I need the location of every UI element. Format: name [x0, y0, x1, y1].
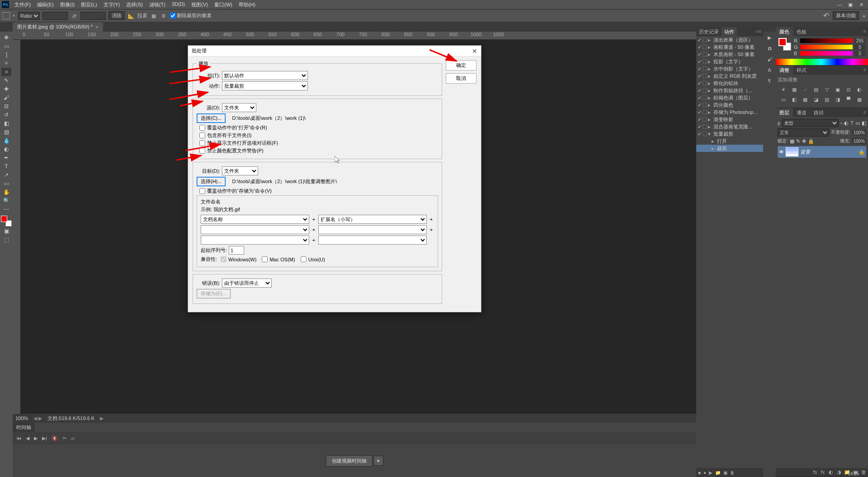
action-item[interactable]: 自定义 RGB 到灰度: [713, 73, 762, 80]
swap-icon[interactable]: ⇄: [71, 12, 78, 19]
audio-icon[interactable]: 🔇: [52, 435, 58, 441]
action-item[interactable]: 投影（文字）: [713, 58, 762, 65]
prev-frame-icon[interactable]: ◀: [26, 435, 29, 441]
brush-panel-icon[interactable]: ✿: [765, 44, 774, 52]
levels-icon[interactable]: ▦: [790, 87, 798, 94]
play-icon[interactable]: ▶: [709, 470, 712, 475]
stamp-tool[interactable]: ⊟: [1, 102, 11, 110]
poster-icon[interactable]: ▥: [823, 97, 831, 104]
next-frame-icon[interactable]: ▶|: [42, 435, 47, 441]
paths-tab[interactable]: 路径: [810, 108, 827, 117]
ratio-w-input[interactable]: [42, 12, 68, 20]
r-slider[interactable]: [800, 38, 853, 43]
opacity-value[interactable]: 100%: [852, 130, 866, 136]
straighten-icon[interactable]: 📐: [127, 12, 135, 19]
pen-tool[interactable]: ✒: [1, 154, 11, 162]
close-icon[interactable]: ✕: [856, 1, 866, 8]
link-icon[interactable]: ⇆: [811, 469, 818, 475]
path-tool[interactable]: ↗: [1, 171, 11, 179]
mixer-icon[interactable]: ◧: [790, 97, 798, 104]
thresh-icon[interactable]: ◨: [834, 97, 842, 104]
menu-select[interactable]: 选择(S): [123, 0, 146, 9]
override-save-checkbox[interactable]: [199, 188, 205, 194]
eyedropper-tool[interactable]: ✎: [1, 76, 11, 85]
hand-tool[interactable]: ✋: [1, 188, 11, 196]
dodge-tool[interactable]: ◐: [1, 145, 11, 153]
panel-menu-icon[interactable]: ≡: [862, 27, 868, 36]
mask-icon[interactable]: ◐: [828, 469, 834, 475]
zoom-value[interactable]: 100%: [15, 416, 28, 421]
color-picker[interactable]: [778, 38, 791, 51]
menu-window[interactable]: 窗口(W): [212, 0, 235, 9]
start-serial-input[interactable]: [229, 246, 244, 255]
curves-icon[interactable]: ⟋: [801, 87, 809, 94]
b-slider[interactable]: [800, 51, 853, 56]
g-value[interactable]: 0: [854, 45, 865, 50]
bw-icon[interactable]: ◐: [855, 87, 863, 94]
name-part-2[interactable]: 扩展名（小写）: [318, 215, 427, 224]
hue-icon[interactable]: ▣: [834, 87, 842, 94]
brightness-icon[interactable]: ☀: [779, 87, 788, 94]
first-frame-icon[interactable]: ⏮: [16, 435, 21, 441]
action-step[interactable]: 打开: [717, 138, 762, 145]
selcolor-icon[interactable]: ▦: [855, 97, 863, 104]
blur-tool[interactable]: 💧: [1, 137, 11, 145]
vibrance-icon[interactable]: ▽: [823, 87, 831, 94]
action-item[interactable]: 棕褐色调（图层）: [713, 94, 762, 101]
crop-tool-icon[interactable]: [3, 12, 10, 19]
undo-icon[interactable]: ↶: [823, 12, 830, 19]
document-tab[interactable]: 图片素材.jpeg @ 100%(RGB/8#) * ×: [13, 22, 103, 32]
styles-tab[interactable]: 样式: [793, 66, 810, 75]
action-item[interactable]: 存储为 Photoshop...: [713, 109, 762, 116]
name-part-1[interactable]: 文档名称: [201, 215, 309, 224]
action-item[interactable]: 熔化的铅块: [713, 80, 762, 87]
adjust-tab[interactable]: 调整: [776, 66, 793, 75]
g-slider[interactable]: [800, 45, 853, 49]
scissors-icon[interactable]: ✂: [62, 435, 66, 441]
trash-icon[interactable]: 🗑: [730, 470, 735, 475]
close-tab-icon[interactable]: ×: [95, 24, 98, 30]
exposure-icon[interactable]: ▤: [812, 87, 820, 94]
gradmap-icon[interactable]: ▀: [844, 97, 853, 104]
r-value[interactable]: 255: [854, 38, 865, 43]
grid-icon[interactable]: ▦: [150, 12, 157, 19]
ratio-h-input[interactable]: [80, 12, 106, 20]
name-part-3[interactable]: [201, 225, 309, 234]
history-brush-tool[interactable]: ↺: [1, 111, 11, 119]
group-select[interactable]: 默认动作: [222, 71, 308, 80]
name-part-4[interactable]: [318, 225, 427, 234]
menu-3d[interactable]: 3D(D): [169, 0, 188, 9]
actions-tab[interactable]: 动作: [722, 27, 737, 36]
move-tool[interactable]: ✥: [1, 33, 11, 42]
toolbox-more[interactable]: ⋯: [1, 205, 11, 213]
override-open-checkbox[interactable]: [199, 125, 205, 131]
action-item[interactable]: 木质画框 - 50 像素: [713, 51, 762, 58]
action-step[interactable]: 裁剪: [717, 145, 762, 152]
swatches-tab[interactable]: 色板: [793, 27, 810, 36]
menu-help[interactable]: 帮助(H): [236, 0, 258, 9]
blend-mode-select[interactable]: 正常: [778, 128, 829, 137]
visibility-icon[interactable]: 👁: [779, 149, 784, 155]
record-icon[interactable]: ●: [703, 470, 706, 475]
workspace-button[interactable]: 基本功能: [833, 11, 859, 20]
heal-tool[interactable]: ✚: [1, 85, 11, 93]
new-set-icon[interactable]: 📁: [715, 470, 721, 475]
colorbal-icon[interactable]: ⚖: [844, 87, 853, 94]
play-icon[interactable]: ▶: [34, 435, 38, 441]
crop-tool[interactable]: ⌗: [1, 68, 11, 76]
history-tab[interactable]: 历史记录: [696, 27, 722, 36]
cancel-button[interactable]: 取消: [446, 73, 476, 84]
ratio-select[interactable]: Ratio: [18, 12, 40, 20]
zoom-tool[interactable]: 🔍: [1, 197, 11, 205]
action-item[interactable]: 淡出效果（选区）: [713, 37, 762, 43]
channels-tab[interactable]: 通道: [793, 108, 810, 117]
b-value[interactable]: 0: [854, 51, 865, 56]
menu-layer[interactable]: 图层(L): [78, 0, 99, 9]
workspace-menu-icon[interactable]: »: [863, 13, 865, 19]
transition-icon[interactable]: ▱: [71, 435, 75, 441]
quickmask-tool[interactable]: ▣: [1, 227, 11, 235]
gradient-tool[interactable]: ▤: [1, 128, 11, 136]
layers-tab[interactable]: 图层: [776, 108, 793, 117]
dialog-close-icon[interactable]: ✕: [472, 47, 477, 55]
brush-preset-icon[interactable]: 🖌: [765, 55, 774, 63]
